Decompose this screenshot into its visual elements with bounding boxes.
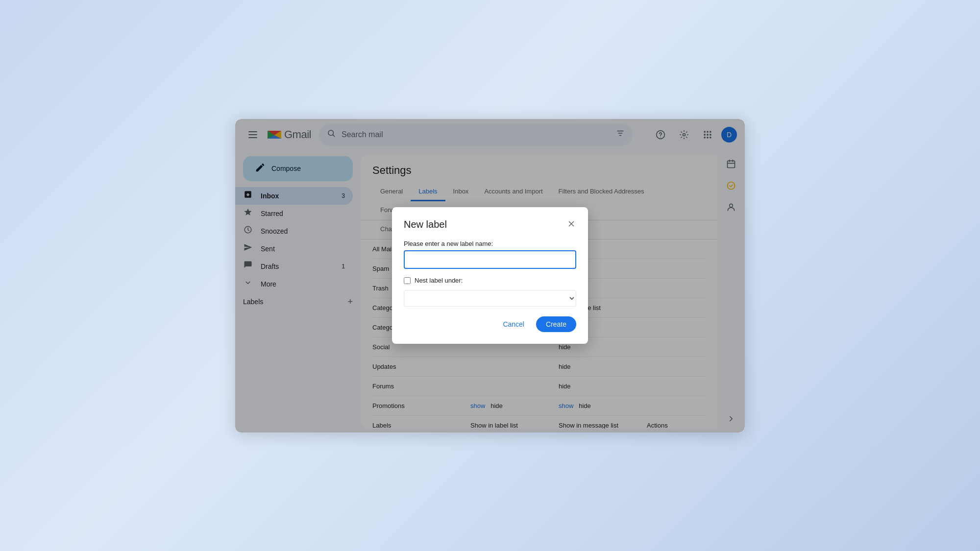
nest-select-row — [404, 290, 576, 307]
dialog-title: New label — [404, 219, 576, 230]
new-label-input[interactable] — [404, 250, 576, 269]
nest-label-row: Nest label under: — [404, 277, 576, 284]
dialog-close-button[interactable] — [563, 215, 580, 233]
gmail-window: Gmail Search mail — [235, 119, 745, 432]
create-button[interactable]: Create — [536, 316, 576, 332]
nest-label-select[interactable] — [404, 290, 576, 307]
modal-overlay: New label Please enter a new label name:… — [235, 119, 745, 432]
dialog-input-label: Please enter a new label name: — [404, 240, 576, 247]
dialog-actions: Cancel Create — [404, 316, 576, 332]
new-label-dialog: New label Please enter a new label name:… — [392, 207, 588, 344]
cancel-button[interactable]: Cancel — [495, 316, 532, 332]
nest-label-text: Nest label under: — [415, 277, 463, 284]
nest-label-checkbox[interactable] — [404, 277, 411, 284]
